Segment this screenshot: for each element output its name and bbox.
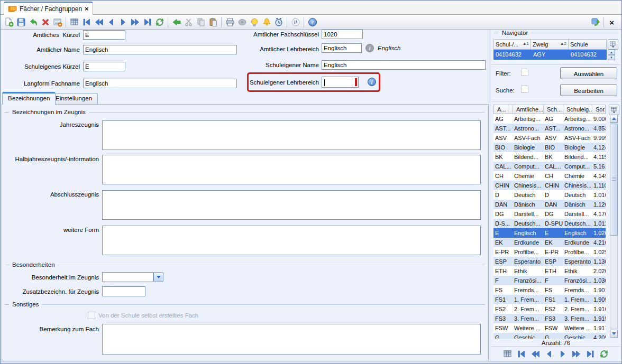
auswaehlen-button[interactable]: Auswählen bbox=[560, 67, 617, 79]
last-record-button[interactable] bbox=[584, 348, 597, 360]
scrollbar-down-button[interactable] bbox=[610, 330, 618, 338]
print-button[interactable] bbox=[224, 16, 236, 28]
table-row[interactable]: ETHEthikETHEthik2.020 bbox=[493, 266, 606, 276]
column-header[interactable]: Schuleig... bbox=[563, 105, 592, 114]
fast-back-button[interactable] bbox=[93, 16, 105, 28]
edit-record-button[interactable] bbox=[51, 16, 63, 28]
column-header[interactable]: A... ▲ bbox=[494, 105, 513, 114]
info-icon[interactable]: i bbox=[368, 78, 376, 86]
table-row[interactable]: FSFremds...FSFremds...1.901 bbox=[493, 285, 606, 295]
table-row[interactable]: FS33. Frem...FS33. Frem...1.915 bbox=[493, 314, 606, 323]
table-row[interactable]: E-PRProfilbe...E-PRProfilbe...1.029 bbox=[493, 247, 606, 257]
first-record-button[interactable] bbox=[516, 348, 528, 360]
fast-back-button[interactable] bbox=[529, 348, 542, 360]
delete-button[interactable] bbox=[39, 16, 51, 28]
paste-button[interactable] bbox=[207, 16, 219, 28]
document-tab[interactable]: Fächer / Fachgruppen × bbox=[4, 2, 93, 15]
navigator-selected-row[interactable]: 04104632 AGY 04104632 bbox=[493, 50, 607, 60]
jahreszeugnis-textarea[interactable] bbox=[102, 120, 481, 150]
schuleigener-name-input[interactable] bbox=[322, 60, 486, 70]
amtlicher-lehrbereich-input[interactable] bbox=[322, 43, 362, 53]
halbjahreszeugnis-textarea[interactable] bbox=[102, 155, 481, 184]
table-row[interactable]: BIOBiologieBIOBiologie4.124 bbox=[493, 143, 606, 152]
table-row[interactable]: FS22. Frem...FS22. Frem...1.910 bbox=[493, 304, 606, 314]
navigator-column-header[interactable]: Schule bbox=[569, 39, 607, 50]
table-row[interactable]: DGDarstell...DGDarstell...4.170 bbox=[493, 209, 606, 219]
table-row[interactable]: CHChemieCHChemie4.149 bbox=[493, 171, 606, 181]
amtlicher-fachschluessel-input[interactable] bbox=[322, 30, 363, 39]
table-row[interactable]: DDeutschDDeutsch1.010 bbox=[493, 190, 606, 200]
navigator-row-spinner[interactable]: ▲ ▼ bbox=[608, 50, 615, 60]
tab-bezeichnungen[interactable]: Bezeichnungen bbox=[2, 92, 56, 105]
document-tab-close-icon[interactable]: × bbox=[85, 6, 89, 12]
table-row[interactable]: GGeschic...GGeschic...4.205 bbox=[493, 333, 606, 339]
reminder-clock-button[interactable] bbox=[272, 16, 285, 28]
bearbeiten-button[interactable]: Bearbeiten bbox=[560, 84, 617, 96]
schuleigenes-kuerzel-input[interactable] bbox=[83, 62, 125, 71]
column-header[interactable]: Sor... bbox=[592, 105, 605, 114]
table-row[interactable]: ESPEsperantoESPEsperanto1.130 bbox=[493, 257, 606, 266]
cell: FS bbox=[543, 285, 563, 295]
table-row[interactable]: FS11. Frem...FS11. Frem...1.905 bbox=[493, 295, 606, 304]
table-row[interactable]: AST...Astrono...AST...Astrono...4.853 bbox=[493, 124, 606, 133]
previous-record-button[interactable] bbox=[543, 348, 555, 360]
column-header[interactable]: Amtliche... bbox=[513, 105, 544, 114]
refresh-button[interactable] bbox=[153, 16, 166, 28]
undo-button[interactable] bbox=[27, 16, 39, 28]
fast-forward-button[interactable] bbox=[571, 348, 583, 360]
filter-checkbox[interactable] bbox=[521, 69, 528, 76]
spinner-up-icon[interactable]: ▲ bbox=[608, 50, 615, 55]
first-record-button[interactable] bbox=[80, 16, 93, 28]
column-header[interactable]: Sch... bbox=[544, 105, 563, 114]
navigator-column-header[interactable]: Zweig▲2 bbox=[531, 39, 569, 50]
suche-checkbox[interactable] bbox=[521, 86, 528, 93]
table-row[interactable]: FSWWeitere ...FSWWeitere ...1.917 bbox=[493, 323, 606, 333]
amtlicher-name-input[interactable] bbox=[83, 45, 237, 54]
weitere-form-textarea[interactable] bbox=[102, 226, 481, 255]
notification-bell-button[interactable] bbox=[260, 16, 272, 28]
table-row[interactable]: CHINChinesis...CHINChinesis...1.110 bbox=[493, 181, 606, 190]
tab-einstellungen[interactable]: Einstellungen bbox=[50, 93, 98, 105]
spinner-down-icon[interactable]: ▼ bbox=[608, 55, 615, 60]
close-panel-icon[interactable]: × bbox=[606, 18, 617, 27]
new-record-button[interactable] bbox=[3, 16, 15, 28]
langform-fachname-input[interactable] bbox=[83, 79, 237, 88]
table-row[interactable]: EEnglischEEnglisch1.020 bbox=[493, 228, 606, 238]
last-record-button[interactable] bbox=[141, 16, 153, 28]
table-view-button[interactable] bbox=[68, 16, 80, 28]
bemerkung-zum-fach-textarea[interactable] bbox=[102, 324, 481, 354]
previous-record-button[interactable] bbox=[105, 16, 117, 28]
hint-bulb-button[interactable] bbox=[248, 16, 260, 28]
schuleigener-lehrbereich-input[interactable] bbox=[322, 77, 359, 88]
back-navigation-button[interactable] bbox=[170, 16, 182, 28]
table-view-button[interactable] bbox=[502, 348, 514, 360]
navigator-column-header[interactable]: Schul-/...▲1 bbox=[493, 39, 531, 50]
table-row[interactable]: EKErdkundeEKErdkunde4.210 bbox=[493, 238, 606, 247]
zusatzbezeichn-input[interactable] bbox=[102, 286, 145, 296]
abschlusszeugnis-textarea[interactable] bbox=[102, 190, 481, 220]
save-button[interactable] bbox=[15, 16, 27, 28]
table-row[interactable]: CAL...Comput...CAL...Comput...5.161 bbox=[493, 162, 606, 171]
table-row[interactable]: D-S...Deutsch...D-SPUDeutsch...1.011 bbox=[493, 219, 606, 228]
settings-button[interactable] bbox=[289, 16, 301, 28]
table-row[interactable]: BKBildend...BKBildend...4.115 bbox=[493, 152, 606, 162]
table-row[interactable]: FFranzösi...FFranzösi...1.030 bbox=[493, 276, 606, 285]
navigator-table-header: Schul-/...▲1 Zweig▲2 Schule bbox=[493, 39, 607, 50]
help-button[interactable]: ? bbox=[306, 16, 318, 28]
switch-window-button[interactable] bbox=[589, 16, 601, 29]
cell: EK bbox=[543, 238, 563, 247]
column-config-button[interactable] bbox=[609, 105, 619, 115]
besonderheit-im-zeugnis-combobox[interactable] bbox=[102, 272, 153, 282]
scrollbar-up-button[interactable] bbox=[610, 115, 618, 123]
table-row[interactable]: AGArbeitsg...AGArbeitsg...9.000 bbox=[493, 114, 606, 124]
scrollbar-thumb[interactable] bbox=[610, 124, 618, 236]
next-record-button[interactable] bbox=[557, 348, 569, 360]
table-row[interactable]: DÄNDänischDÄNDänisch1.120 bbox=[493, 200, 606, 209]
table-row[interactable]: ASVASV-FachASVASV-Fach9.999 bbox=[493, 133, 606, 143]
refresh-button[interactable] bbox=[598, 348, 610, 360]
fast-forward-button[interactable] bbox=[129, 16, 141, 28]
combobox-dropdown-button[interactable] bbox=[153, 272, 163, 282]
column-config-button[interactable] bbox=[608, 39, 618, 50]
next-record-button[interactable] bbox=[117, 16, 129, 28]
amtliches-kuerzel-input[interactable] bbox=[83, 30, 125, 40]
